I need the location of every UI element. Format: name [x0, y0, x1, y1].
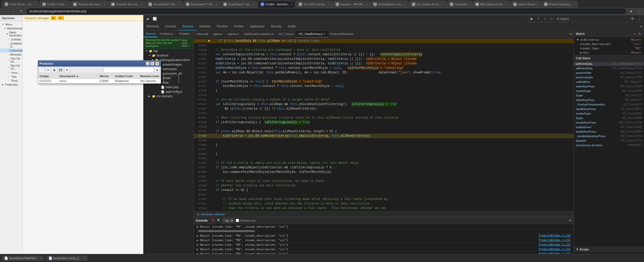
bookmark-button[interactable]: ★: [628, 8, 634, 15]
console-context-select[interactable]: top: [223, 218, 234, 223]
code-tab-isc-core[interactable]: ISC_Core.js: [276, 31, 296, 38]
tab-close-2[interactable]: ×: [104, 3, 105, 6]
tab-elements[interactable]: Elements: [143, 23, 162, 31]
watch-header[interactable]: Watch + ↻: [574, 31, 644, 37]
browser-tab-14[interactable]: SSearch Result×: [510, 1, 541, 8]
browser-tab-9[interactable]: IImpacto – IMPOR...×: [333, 1, 370, 8]
console-filter-button[interactable]: 🔍: [217, 218, 221, 223]
tab-security[interactable]: Security: [268, 23, 285, 31]
expand-arrow[interactable]: ▶: [197, 225, 198, 228]
left-tree-item-8[interactable]: □Tipo De Co...: [0, 64, 22, 71]
filetree-appconfig[interactable]: 📄 appConfig.js: [143, 89, 193, 94]
code-tab-more-button[interactable]: ≫: [568, 31, 574, 37]
left-tree-item-9[interactable]: □Insur...: [0, 71, 22, 75]
tab-close-5[interactable]: ×: [216, 3, 217, 6]
left-tree-item-11[interactable]: □Prod...: [0, 79, 22, 83]
tab-close-15[interactable]: ×: [573, 3, 575, 6]
left-tree-item-6[interactable]: □Monedas: [0, 53, 22, 57]
devtools-more-button[interactable]: ⋮: [636, 16, 642, 22]
tab-audits[interactable]: Audits: [285, 23, 299, 31]
callstack-item[interactable]: _FireKeyPressHandlers ISC_Forms.js:??: [574, 102, 644, 107]
watch-add-button[interactable]: +: [632, 32, 637, 36]
callstack-item[interactable]: willFetchData ISC_DataBinding.js:47616: [574, 62, 644, 66]
devtools-settings-button[interactable]: ⚙: [630, 16, 635, 22]
callstack-item[interactable]: editorKeyPress ISC_Core.js:??: [574, 98, 644, 102]
never-show-link[interactable]: more never show ×: [181, 39, 191, 47]
dialog-search-input[interactable]: [104, 68, 154, 73]
callstack-item[interactable]: dispatch ISC_Core.js:41770: [574, 138, 644, 143]
expand-arrow[interactable]: ▶: [197, 243, 198, 246]
tab-close-0[interactable]: ×: [35, 3, 36, 6]
tab-close-9[interactable]: ×: [366, 3, 368, 6]
reload-button[interactable]: ↻: [18, 8, 25, 15]
dialog-refresh-button[interactable]: ↻: [64, 67, 70, 73]
code-tab-apply[interactable]: apply.js: [211, 31, 225, 38]
dialog-delete-button[interactable]: 🗑: [52, 67, 57, 73]
tab-close-3[interactable]: ×: [141, 3, 143, 6]
left-tree-item-3[interactable]: □Entidad: [0, 37, 22, 41]
browser-tab-0[interactable]: VVivify Scrum – Sc...×: [2, 1, 39, 8]
subtab-content[interactable]: Content.ss...: [157, 31, 177, 37]
filetree-localhost[interactable]: ▼ 📁 localhost: [143, 53, 193, 58]
code-tab-index[interactable]: index.php: [194, 31, 211, 38]
console-clear-button[interactable]: 🚫: [211, 218, 216, 223]
tab-application[interactable]: Application: [247, 23, 268, 31]
code-tab-clip[interactable]: ClipResultCoordinator.js: [241, 31, 276, 38]
tab-close-1[interactable]: ×: [66, 3, 67, 6]
preserve-log[interactable]: Preserve log: [236, 219, 255, 222]
preserve-log-checkbox[interactable]: [236, 219, 239, 222]
left-tree-item-10[interactable]: □Tipo: [0, 75, 22, 79]
table-row[interactable]: CCCCCC ccccc 2.0000 Kilogramos Yen Japon…: [38, 79, 161, 83]
tab-close-10[interactable]: ×: [405, 3, 406, 6]
left-tree-item-4[interactable]: □Unidades D...: [0, 41, 22, 48]
subtab-sources[interactable]: Sources: [143, 31, 157, 37]
callstack-item[interactable]: handleKeyPress ISC_Forms.js:42718: [574, 120, 644, 125]
tab-sources[interactable]: Sources: [179, 23, 196, 31]
address-bar[interactable]: localhost/clabs/application/client/index…: [26, 8, 626, 15]
left-tree-item-7[interactable]: □Tipo De Ins...: [0, 57, 22, 64]
browser-tab-12[interactable]: fFacebook×: [447, 1, 472, 8]
callstack-item[interactable]: invokeSuper ISC_Core.js:6509: [574, 89, 644, 93]
browser-tab-6[interactable]: SSmartClient™ vl1...×: [221, 1, 258, 8]
subtab-snippets[interactable]: Snippets: [177, 31, 192, 37]
browser-tab-8[interactable]: TThe XXXI Olympi...×: [296, 1, 332, 8]
left-tree-item-1[interactable]: ▼Administrador: [0, 26, 22, 30]
browser-tab-4[interactable]: SSmartClient™ Re...×: [146, 1, 183, 8]
step-button[interactable]: ⏭: [58, 16, 64, 20]
file-reference[interactable]: ProductoWindow.js:151: [539, 243, 571, 246]
expand-arrow[interactable]: ▶: [197, 239, 198, 242]
dialog-edit-button[interactable]: ✏: [45, 67, 51, 73]
dialog-filter-button[interactable]: ▼: [155, 68, 160, 73]
tab-profiles[interactable]: Profiles: [231, 23, 247, 31]
code-tab-require[interactable]: require.js: [225, 31, 241, 38]
callstack-item[interactable]: willFetchData ISC_DataBinding.js:47616: [574, 66, 644, 71]
browser-tab-7[interactable]: CCLABS - Administ...×: [258, 1, 295, 8]
callstack-item[interactable]: invokeSuper ISC_Core.js:6691: [574, 111, 644, 116]
browser-tab-15[interactable]: PProduct Downloa...×: [541, 1, 578, 8]
menu-button[interactable]: ⋮: [635, 8, 642, 15]
left-tree-item-12[interactable]: ▶Preferidos: [0, 83, 22, 87]
expand-arrow[interactable]: ▶: [197, 248, 198, 251]
filetree-indexphp[interactable]: 📄 index.php: [143, 85, 193, 89]
tab-close-12[interactable]: ×: [468, 3, 469, 6]
file-reference[interactable]: ProductoWindow.js:151: [539, 248, 571, 250]
tab-timeline[interactable]: Timeline: [213, 23, 231, 31]
tab-network[interactable]: Network: [196, 23, 213, 31]
browser-tab-3[interactable]: RRotación del Inve...×: [108, 1, 145, 8]
dialog-minimize-button[interactable]: _: [146, 62, 150, 66]
taskbar-close-2[interactable]: ✕: [83, 257, 85, 259]
dialog-new-button[interactable]: 📄: [39, 67, 45, 73]
code-tab-productwindow[interactable]: ProductoWindow.js: [328, 31, 356, 38]
callstack-header[interactable]: Call Stack: [574, 56, 644, 61]
browser-tab-5[interactable]: SSmartClient™ Re...×: [183, 1, 220, 8]
tab-close-4[interactable]: ×: [178, 3, 180, 6]
tab-close-13[interactable]: ×: [506, 3, 507, 6]
tab-console[interactable]: Console: [162, 23, 179, 31]
resume-button[interactable]: ▶: [51, 16, 56, 20]
callstack-item[interactable]: editorKeyPress ISC_Grids.js:29319: [574, 84, 644, 89]
browser-tab-11[interactable]: 2(2) Combos de Te...×: [409, 1, 446, 8]
devtools-device-button[interactable]: ⬜: [152, 16, 157, 22]
tab-close-8[interactable]: ×: [328, 3, 330, 6]
file-reference[interactable]: ProductoWindow.js:152: [539, 234, 571, 237]
dialog-save-button[interactable]: 💾: [58, 67, 63, 73]
